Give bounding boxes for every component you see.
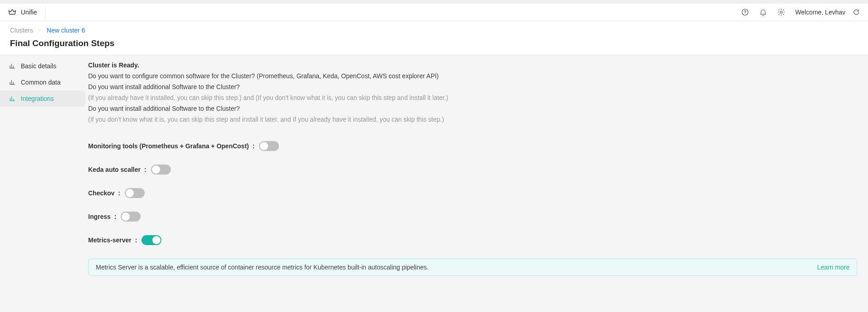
sidebar-item-label: Integrations xyxy=(21,95,54,102)
breadcrumb: Clusters New cluster 6 xyxy=(10,27,858,34)
toggle-label: Checkov xyxy=(88,189,114,197)
toggle-checkov[interactable] xyxy=(125,188,145,198)
sidebar-item-label: Basic details xyxy=(21,62,57,70)
sidebar-item-integrations[interactable]: Integrations xyxy=(0,90,85,107)
sidebar: Basic details Common data Integrations xyxy=(0,55,88,312)
svg-point-1 xyxy=(745,14,745,14)
topbar-actions: Welcome, Levhav xyxy=(741,8,860,16)
toggle-keda[interactable] xyxy=(151,165,171,175)
toggle-row-keda: Keda auto scaller: xyxy=(88,165,858,175)
brand[interactable]: Unifie xyxy=(8,7,46,18)
breadcrumb-root[interactable]: Clusters xyxy=(10,27,33,34)
welcome-text[interactable]: Welcome, Levhav xyxy=(795,9,845,16)
toggle-label: Monitoring tools (Prometheus + Grafana +… xyxy=(88,142,249,150)
page-title: Final Configuration Steps xyxy=(10,38,858,48)
breadcrumb-current[interactable]: New cluster 6 xyxy=(47,27,85,34)
gear-icon[interactable] xyxy=(777,8,785,16)
sidebar-item-basic-details[interactable]: Basic details xyxy=(0,58,85,74)
text-line: Do you want to configure common software… xyxy=(88,72,858,80)
bar-chart-icon xyxy=(9,95,15,102)
text-line: Do you want install additional Software … xyxy=(88,83,858,90)
toggle-row-monitoring: Monitoring tools (Prometheus + Grafana +… xyxy=(88,141,858,151)
toggle-metrics[interactable] xyxy=(142,235,161,245)
help-icon[interactable] xyxy=(741,8,749,16)
sidebar-item-label: Common data xyxy=(21,79,61,86)
svg-point-2 xyxy=(780,11,783,14)
chevron-right-icon xyxy=(38,28,42,33)
bar-chart-icon xyxy=(9,79,15,85)
toggle-monitoring[interactable] xyxy=(259,141,279,151)
learn-more-link[interactable]: Learn more xyxy=(817,264,849,271)
bell-icon[interactable] xyxy=(759,8,767,16)
brand-name: Unifie xyxy=(21,9,37,16)
reload-icon[interactable] xyxy=(853,9,860,16)
toggle-label: Keda auto scaller xyxy=(88,166,141,173)
banner-text: Metrics Server is a scalable, efficient … xyxy=(96,264,429,271)
crown-icon xyxy=(8,8,16,16)
page-head: Clusters New cluster 6 Final Configurati… xyxy=(0,21,868,55)
toggle-label: Metrics-server xyxy=(88,236,132,244)
toggle-row-ingress: Ingress: xyxy=(88,212,858,222)
content: Basic details Common data Integrations C… xyxy=(0,55,868,312)
sidebar-item-common-data[interactable]: Common data xyxy=(0,74,85,90)
top-bar: Unifie Welcome, Levhav xyxy=(0,0,868,21)
toggle-row-checkov: Checkov: xyxy=(88,188,858,198)
cluster-ready-text: Cluster is Ready. xyxy=(88,61,858,69)
toggle-label: Ingress xyxy=(88,213,111,220)
bar-chart-icon xyxy=(9,63,15,69)
info-banner: Metrics Server is a scalable, efficient … xyxy=(88,259,857,276)
text-note: (If you don't know what it is, you can s… xyxy=(88,116,858,123)
text-line: Do you want install additional Software … xyxy=(88,105,858,112)
text-note: (If you already have it installed, you c… xyxy=(88,94,858,101)
toggle-ingress[interactable] xyxy=(121,212,141,222)
toggle-row-metrics: Metrics-server: xyxy=(88,235,858,245)
main-panel: Cluster is Ready. Do you want to configu… xyxy=(88,55,868,312)
